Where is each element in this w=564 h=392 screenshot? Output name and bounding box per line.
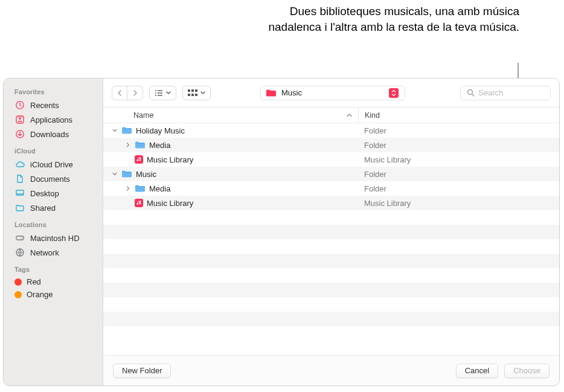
svg-rect-17 <box>191 94 194 96</box>
sidebar-item-desktop[interactable]: Desktop <box>4 186 103 201</box>
row-kind-label: Music Library <box>358 199 551 208</box>
document-icon <box>14 173 25 184</box>
row-name-label: Media <box>149 184 170 193</box>
search-field[interactable] <box>460 86 551 100</box>
sidebar-item-tag-red[interactable]: Red <box>4 275 103 288</box>
disclosure-triangle-icon[interactable] <box>125 143 131 147</box>
file-list: Holiday MusicFolderMediaFolderMusic Libr… <box>103 123 559 355</box>
sidebar-item-shared[interactable]: Shared <box>4 201 103 215</box>
folder-icon <box>135 184 146 193</box>
row-name-label: Holiday Music <box>136 126 185 135</box>
row-kind-label: Folder <box>358 184 551 193</box>
sidebar-item-icloud-drive[interactable]: iCloud Drive <box>4 157 103 172</box>
sidebar-item-label: Macintosh HD <box>30 234 80 243</box>
sidebar-item-recents[interactable]: Recents <box>4 98 103 112</box>
sidebar-group-locations-title: Locations <box>4 215 103 231</box>
back-button[interactable] <box>112 86 127 100</box>
search-icon <box>467 89 475 97</box>
red-tag-icon <box>14 278 22 286</box>
applications-icon <box>14 114 25 125</box>
sidebar-item-label: Network <box>30 248 59 257</box>
column-kind-header[interactable]: Kind <box>358 108 551 123</box>
download-icon <box>14 129 25 140</box>
empty-row <box>103 326 559 341</box>
nav-arrows <box>112 86 143 100</box>
chevron-down-icon <box>166 91 171 95</box>
sidebar-item-label: Applications <box>30 115 72 124</box>
column-header: Name Kind <box>103 108 559 123</box>
new-folder-button[interactable]: New Folder <box>113 364 171 378</box>
svg-rect-14 <box>191 89 194 92</box>
row-name-cell: Media <box>112 141 358 150</box>
shared-folder-icon <box>14 202 25 213</box>
chevron-left-icon <box>117 90 123 96</box>
row-name-cell: Music <box>112 170 358 179</box>
svg-rect-15 <box>195 89 197 92</box>
group-icon <box>188 89 197 97</box>
svg-rect-16 <box>188 94 190 96</box>
sidebar-item-macintosh-hd[interactable]: Macintosh HD <box>4 231 103 245</box>
folder-icon <box>266 89 277 97</box>
orange-tag-icon <box>14 291 22 298</box>
table-row[interactable]: MediaFolder <box>103 181 559 196</box>
disclosure-triangle-icon[interactable] <box>125 186 131 191</box>
music-library-icon <box>135 155 143 164</box>
svg-point-11 <box>155 95 156 96</box>
forward-button[interactable] <box>127 86 143 100</box>
folder-icon <box>121 170 132 178</box>
row-name-cell: Holiday Music <box>112 126 358 135</box>
sidebar-item-network[interactable]: Network <box>4 245 103 260</box>
location-label: Music <box>281 88 302 97</box>
row-name-label: Music Library <box>147 199 193 208</box>
empty-row <box>103 254 559 268</box>
svg-point-5 <box>22 237 23 239</box>
svg-rect-18 <box>195 94 197 96</box>
location-popup[interactable]: Music <box>260 86 405 100</box>
row-kind-label: Folder <box>358 141 551 150</box>
sidebar-item-label: Documents <box>30 175 70 184</box>
row-kind-label: Music Library <box>358 155 551 164</box>
disclosure-triangle-icon[interactable] <box>112 172 118 176</box>
table-row[interactable]: MediaFolder <box>103 138 559 152</box>
row-name-label: Music <box>136 170 156 179</box>
cancel-button[interactable]: Cancel <box>456 364 498 378</box>
sidebar-item-documents[interactable]: Documents <box>4 172 103 186</box>
sidebar-item-downloads[interactable]: Downloads <box>4 127 103 141</box>
row-kind-label: Folder <box>358 170 551 179</box>
group-by-button[interactable] <box>182 86 211 100</box>
row-name-cell: Music Library <box>112 199 358 208</box>
sidebar-item-label: Orange <box>27 290 53 299</box>
search-input[interactable] <box>478 88 539 97</box>
sidebar-item-label: Red <box>27 277 41 286</box>
row-name-label: Music Library <box>147 155 193 164</box>
table-row[interactable]: Music LibraryMusic Library <box>103 152 559 167</box>
sidebar-item-applications[interactable]: Applications <box>4 112 103 127</box>
choose-button[interactable]: Choose <box>504 364 550 378</box>
finder-window: Favorites Recents Applications Downloads… <box>3 78 560 386</box>
empty-row <box>103 268 559 283</box>
hard-drive-icon <box>14 233 25 243</box>
svg-rect-3 <box>16 190 24 195</box>
table-row[interactable]: Music LibraryMusic Library <box>103 196 559 210</box>
sidebar-item-tag-orange[interactable]: Orange <box>4 288 103 301</box>
table-row[interactable]: Holiday MusicFolder <box>103 123 559 138</box>
caption-text: Dues biblioteques musicals, una amb músi… <box>248 4 519 34</box>
cloud-icon <box>14 159 25 170</box>
column-name-header[interactable]: Name <box>112 111 358 120</box>
disclosure-triangle-icon[interactable] <box>112 128 118 133</box>
sidebar-group-favorites-title: Favorites <box>4 83 103 98</box>
folder-icon <box>135 141 146 149</box>
empty-row <box>103 297 559 312</box>
sidebar: Favorites Recents Applications Downloads… <box>4 79 103 385</box>
list-view-icon <box>155 89 163 97</box>
empty-row <box>103 210 559 225</box>
svg-rect-10 <box>158 92 162 93</box>
empty-row <box>103 239 559 254</box>
view-mode-button[interactable] <box>149 86 176 100</box>
sidebar-item-label: Shared <box>30 204 56 213</box>
sidebar-group-tags-title: Tags <box>4 260 103 275</box>
table-row[interactable]: MusicFolder <box>103 167 559 181</box>
empty-row <box>103 283 559 297</box>
svg-point-7 <box>155 90 156 91</box>
toolbar: Music <box>103 79 559 108</box>
